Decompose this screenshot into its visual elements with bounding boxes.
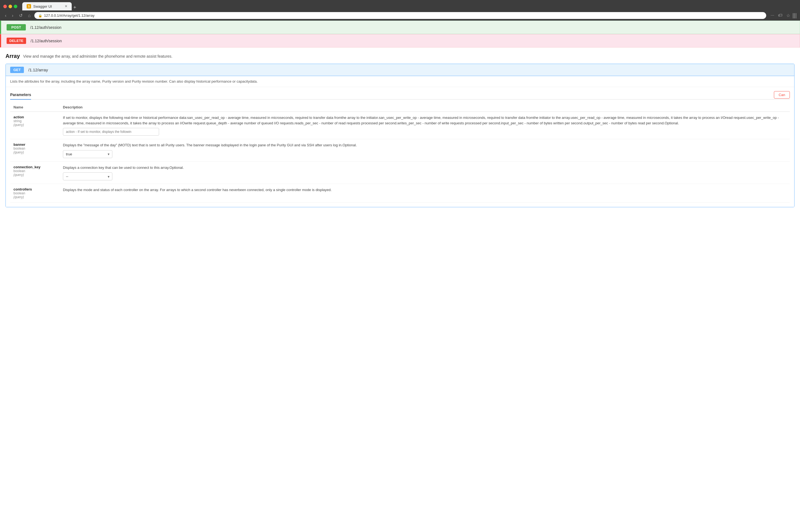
reload-button[interactable]: ↺ [17,12,24,19]
param-location: (query) [14,123,56,127]
forward-button[interactable]: › [10,13,15,19]
lock-icon: 🔒 [38,14,42,18]
active-tab[interactable]: S Swagger UI × [22,2,72,11]
param-desc: Displays a connection key that can be us… [63,165,786,170]
banner-select-wrapper: -- true false ▾ [63,150,112,158]
param-name: connection_key [14,165,56,169]
tab-title: Swagger UI [33,4,52,8]
param-type: boolean [14,191,56,195]
delete-badge: DELETE [6,38,26,44]
get-header[interactable]: GET /1.12/array [6,64,794,76]
array-title: Array View and manage the array, and adm… [5,53,795,59]
param-name-cell: banner boolean (query) [10,139,60,162]
traffic-lights [3,5,17,8]
star-icon[interactable]: ☆ [786,13,790,18]
address-text: 127.0.0.1/#/Array/get/1.12/array [44,14,94,18]
param-name-cell: action string (query) [10,112,60,139]
table-row: banner boolean (query) Displays the "mes… [10,139,790,162]
param-location: (query) [14,173,56,177]
param-name: controllers [14,187,56,191]
minimize-button[interactable] [8,5,12,8]
back-button[interactable]: ‹ [3,13,8,19]
browser-chrome: S Swagger UI × + [0,0,800,11]
table-row: action string (query) If set to monitor,… [10,112,790,139]
delete-endpoint-row[interactable]: DELETE /1.12/auth/session [0,34,800,48]
post-endpoint-row[interactable]: POST /1.12/auth/session [0,21,800,34]
param-type: boolean [14,169,56,173]
swagger-content: POST /1.12/auth/session DELETE /1.12/aut… [0,21,800,207]
new-tab-button[interactable]: + [73,5,76,11]
more-icon[interactable]: ··· [770,13,774,18]
param-name: action [14,115,56,119]
param-desc: If set to monitor, displays the followin… [63,115,786,126]
banner-select[interactable]: -- true false [63,150,112,158]
pocket-icon[interactable]: 🏷 [778,13,782,18]
maximize-button[interactable] [14,5,17,8]
param-desc-cell: Displays the mode and status of each con… [60,184,790,203]
param-type: boolean [14,147,56,150]
param-desc: Displays the "message of the day" (MOTD)… [63,142,786,148]
table-row: connection_key boolean (query) Displays … [10,162,790,184]
param-desc-cell: Displays the "message of the day" (MOTD)… [60,139,790,162]
action-input[interactable] [63,128,159,136]
toolbar-icons: ··· 🏷 ☆ [770,13,790,18]
param-name-cell: connection_key boolean (query) [10,162,60,184]
parameters-section: Parameters Can Name Description [6,87,794,207]
get-badge: GET [10,67,24,73]
post-path: /1.12/auth/session [30,25,61,30]
params-tabs: Parameters Can [10,87,790,100]
post-badge: POST [6,24,26,31]
connection-key-select[interactable]: -- true false [63,172,112,180]
tab-favicon: S [26,4,31,8]
address-bar-row: ‹ › ↺ ⌂ 🔒 127.0.0.1/#/Array/get/1.12/arr… [0,11,800,21]
get-endpoint: GET /1.12/array Lists the attributes for… [5,64,795,207]
get-description: Lists the attributes for the array, incl… [6,76,794,87]
param-desc-cell: If set to monitor, displays the followin… [60,112,790,139]
parameters-tab[interactable]: Parameters [10,90,31,100]
array-section: Array View and manage the array, and adm… [0,48,800,207]
col-description: Description [60,103,790,112]
get-body: Lists the attributes for the array, incl… [6,76,794,207]
get-path: /1.12/array [28,68,48,72]
parameters-table: Name Description action string (query) [10,103,790,203]
sidebar-icon[interactable]: ||| [792,12,797,19]
cancel-button[interactable]: Can [774,91,790,98]
param-desc-cell: Displays a connection key that can be us… [60,162,790,184]
address-bar[interactable]: 🔒 127.0.0.1/#/Array/get/1.12/array [34,12,766,19]
home-button[interactable]: ⌂ [26,13,32,19]
close-button[interactable] [3,5,7,8]
param-location: (query) [14,195,56,199]
param-name: banner [14,142,56,147]
param-desc: Displays the mode and status of each con… [63,187,786,193]
tab-close-icon[interactable]: × [65,4,67,9]
param-type: string [14,119,56,123]
table-row: controllers boolean (query) Displays the… [10,184,790,203]
col-name: Name [10,103,60,112]
tab-bar: S Swagger UI × + [22,2,76,11]
delete-path: /1.12/auth/session [31,39,62,43]
array-heading: Array [5,53,20,59]
connection-key-select-wrapper: -- true false ▾ [63,172,112,180]
param-name-cell: controllers boolean (query) [10,184,60,203]
array-description: View and manage the array, and administe… [23,54,172,58]
param-location: (query) [14,150,56,154]
